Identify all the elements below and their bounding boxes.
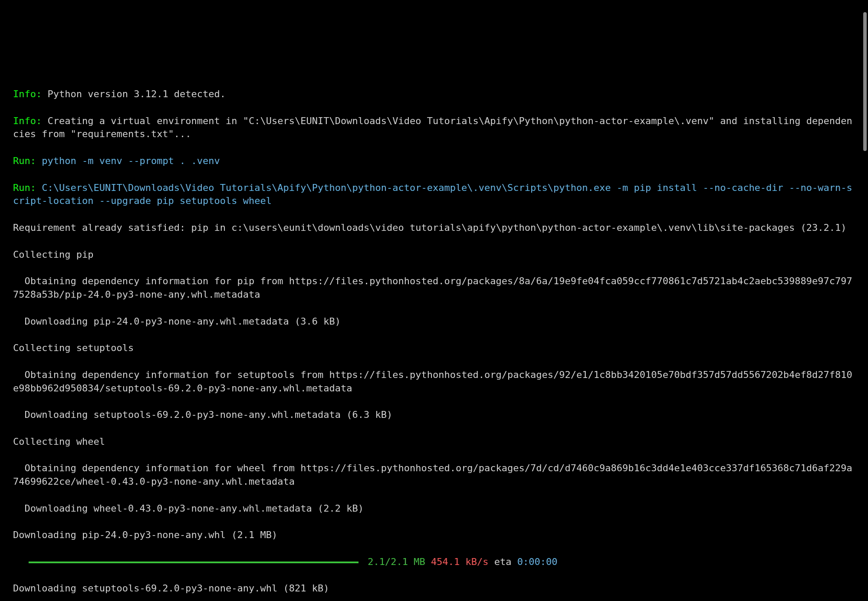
log-line: Collecting wheel bbox=[13, 435, 855, 449]
info-label: Info: bbox=[13, 115, 42, 126]
log-line: Downloading setuptools-69.2.0-py3-none-a… bbox=[13, 582, 855, 595]
log-line: Downloading pip-24.0-py3-none-any.whl.me… bbox=[13, 315, 855, 328]
progress-size: 2.1/2.1 MB bbox=[368, 556, 425, 567]
log-line: Run: python -m venv --prompt . .venv bbox=[13, 154, 855, 168]
log-line: Collecting setuptools bbox=[13, 342, 855, 355]
progress-rate: 454.1 kB/s bbox=[431, 556, 488, 567]
log-line: Downloading setuptools-69.2.0-py3-none-a… bbox=[13, 408, 855, 422]
terminal-output[interactable]: Info: Python version 3.12.1 detected. In… bbox=[13, 74, 855, 601]
run-label: Run: bbox=[13, 155, 36, 166]
progress-bar bbox=[29, 562, 358, 563]
log-line: Requirement already satisfied: pip in c:… bbox=[13, 221, 855, 235]
run-command: python -m venv --prompt . .venv bbox=[36, 155, 220, 166]
log-line: Downloading pip-24.0-py3-none-any.whl (2… bbox=[13, 529, 855, 542]
progress-line: 2.1/2.1 MB 454.1 kB/s eta 0:00:00 bbox=[13, 555, 855, 569]
log-line: Obtaining dependency information for whe… bbox=[13, 462, 855, 489]
run-label: Run: bbox=[13, 182, 36, 193]
log-line: Obtaining dependency information for set… bbox=[13, 368, 855, 395]
run-command: C:\Users\EUNIT\Downloads\Video Tutorials… bbox=[13, 182, 852, 207]
log-line: Obtaining dependency information for pip… bbox=[13, 275, 855, 302]
progress-eta: 0:00:00 bbox=[517, 556, 558, 567]
log-line: Collecting pip bbox=[13, 248, 855, 262]
log-line: Info: Python version 3.12.1 detected. bbox=[13, 88, 855, 101]
log-line: Info: Creating a virtual environment in … bbox=[13, 115, 855, 141]
log-line: Downloading wheel-0.43.0-py3-none-any.wh… bbox=[13, 502, 855, 516]
log-line: Run: C:\Users\EUNIT\Downloads\Video Tuto… bbox=[13, 181, 855, 208]
scrollbar-thumb[interactable] bbox=[863, 12, 867, 151]
info-label: Info: bbox=[13, 89, 42, 99]
